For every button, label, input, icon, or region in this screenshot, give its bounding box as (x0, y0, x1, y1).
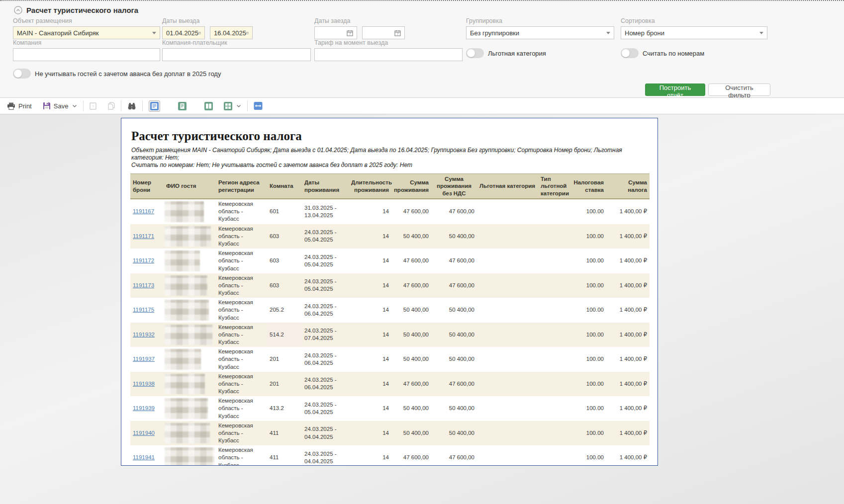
tax-rate-cell: 100.00 (574, 372, 606, 397)
column-header: Регион адреса регистрации (216, 174, 267, 198)
report-filter-summary-line2: Считать по номерам: Нет; Не учитывать го… (131, 162, 649, 169)
tax-rate-cell: 100.00 (574, 298, 606, 323)
view-grid-icon (224, 102, 232, 110)
paste-button-disabled: ? (90, 102, 96, 110)
booking-link[interactable]: 1191171 (133, 233, 154, 240)
fit-width-button[interactable] (254, 102, 263, 110)
booking-link[interactable]: 1191937 (133, 355, 155, 363)
stay-dates-cell: 24.03.2025 - 07.04.2025 (302, 323, 352, 347)
benefit-category-cell (477, 199, 538, 224)
toggle-switch[interactable] (621, 48, 639, 58)
sorting-label: Сортировка (621, 17, 767, 25)
guest-name-cell (164, 323, 216, 347)
blurred-guest-name (165, 423, 210, 444)
guest-name-cell (164, 224, 216, 249)
chevron-down-icon (236, 104, 241, 108)
guest-name-cell (164, 396, 216, 421)
booking-link[interactable]: 1191172 (133, 257, 154, 264)
table-row: 1191938Кемеровская область - Кузбасс2012… (130, 372, 650, 397)
guest-name-cell (164, 199, 216, 224)
collapse-panel-button[interactable] (14, 6, 22, 14)
toggle-switch[interactable] (466, 48, 484, 58)
save-button[interactable]: Save (43, 102, 78, 110)
chevron-down-icon (606, 32, 610, 34)
tax-rate-cell: 100.00 (574, 396, 606, 421)
binoculars-icon (127, 102, 136, 110)
stay-length-cell: 14 (352, 323, 391, 347)
departure-to-value: 16.04.2025 (214, 29, 246, 37)
payer-label: Компания-плательщик (162, 39, 311, 47)
booking-link[interactable]: 1191167 (133, 208, 154, 215)
column-header: Льготная категория (477, 174, 538, 198)
stay-length-cell: 14 (352, 347, 391, 372)
benefit-type-cell (538, 273, 574, 298)
stay-amount-no-vat-cell: 50 400,00 (431, 224, 477, 249)
grouping-select[interactable]: Без группировки (466, 26, 614, 39)
booking-link[interactable]: 1191941 (133, 454, 155, 461)
booking-link-cell: 1191941 (130, 445, 164, 466)
chevron-down-icon (759, 32, 763, 34)
table-row: 1191932Кемеровская область - Кузбасс514.… (130, 323, 650, 347)
room-cell: 411 (267, 445, 302, 466)
benefit-category-cell (477, 249, 538, 273)
clipboard-icon: ? (90, 102, 96, 110)
print-button[interactable]: Print (7, 102, 32, 110)
booking-link[interactable]: 1191940 (133, 429, 155, 437)
payer-input[interactable] (162, 48, 311, 61)
blurred-guest-name (165, 251, 200, 271)
stay-amount-no-vat-cell: 47 600,00 (431, 249, 477, 273)
room-cell: 201 (267, 347, 302, 372)
stay-dates-cell: 24.03.2025 - 05.04.2025 (302, 273, 352, 298)
region-cell: Кемеровская область - Кузбасс (216, 273, 267, 298)
view-continuous-icon (178, 102, 187, 110)
tax-rate-cell: 100.00 (574, 273, 606, 298)
departure-from-input[interactable]: 01.04.2025 7 (162, 26, 205, 39)
booking-link[interactable]: 1191938 (133, 380, 155, 388)
build-report-button[interactable]: Построить отчёт (645, 84, 705, 96)
tax-amount-cell: 1 400,00 ₽ (606, 445, 650, 466)
stay-amount-no-vat-cell: 47 600,00 (431, 445, 477, 466)
arrival-dates-label: Даты заезда (314, 17, 405, 25)
column-header: Сумма проживания без НДС (431, 174, 477, 198)
stay-amount-cell: 47 600,00 (391, 445, 431, 466)
arrival-from-input[interactable]: 7 (314, 26, 357, 39)
view-grid-button[interactable] (224, 102, 241, 110)
grouping-select-value: Без группировки (470, 29, 519, 37)
toggle-switch[interactable] (13, 69, 31, 79)
company-input[interactable] (13, 48, 160, 61)
tax-rate-cell: 100.00 (574, 323, 606, 347)
blurred-guest-name (165, 447, 214, 466)
view-single-page-button-selected[interactable] (149, 100, 160, 112)
booking-link-cell: 1191938 (130, 372, 164, 397)
stay-amount-no-vat-cell: 50 400,00 (431, 421, 477, 446)
region-cell: Кемеровская область - Кузбасс (216, 323, 267, 347)
calendar-icon: 7 (394, 30, 401, 36)
column-header: Сумма налога (606, 174, 650, 198)
booking-link[interactable]: 1191932 (133, 331, 155, 338)
no-advance-toggle[interactable]: Не учитывать гостей с зачетом аванса без… (13, 69, 221, 79)
booking-link[interactable]: 1191173 (133, 282, 154, 289)
booking-link[interactable]: 1191939 (133, 405, 155, 412)
room-cell: 205.2 (267, 298, 302, 323)
benefit-category-cell (477, 372, 538, 397)
sorting-field-group: Сортировка Номер брони (621, 17, 767, 39)
benefit-category-cell (477, 224, 538, 249)
benefit-category-toggle[interactable]: Льготная категория (466, 48, 546, 58)
benefit-type-cell (538, 421, 574, 446)
blurred-guest-name (165, 349, 201, 370)
tax-rate-cell: 100.00 (574, 249, 606, 273)
sorting-select[interactable]: Номер брони (621, 26, 767, 39)
arrival-to-input[interactable]: 7 (362, 26, 405, 39)
find-button[interactable] (127, 102, 136, 110)
toolbar-separator (247, 100, 248, 111)
tax-amount-cell: 1 400,00 ₽ (606, 199, 650, 224)
booking-link[interactable]: 1191175 (133, 306, 154, 314)
departure-to-input[interactable]: 16.04.2025 7 (210, 26, 253, 39)
object-select[interactable]: MAIN - Санаторий Сибиряк (13, 26, 160, 39)
tariff-input[interactable] (314, 48, 463, 61)
stay-amount-cell: 50 400,00 (391, 396, 431, 421)
clear-filter-button[interactable]: Очистить фильтр (708, 84, 770, 96)
view-two-pages-button[interactable] (204, 102, 213, 110)
view-continuous-button[interactable] (178, 102, 187, 110)
count-by-rooms-toggle[interactable]: Считать по номерам (621, 48, 704, 58)
